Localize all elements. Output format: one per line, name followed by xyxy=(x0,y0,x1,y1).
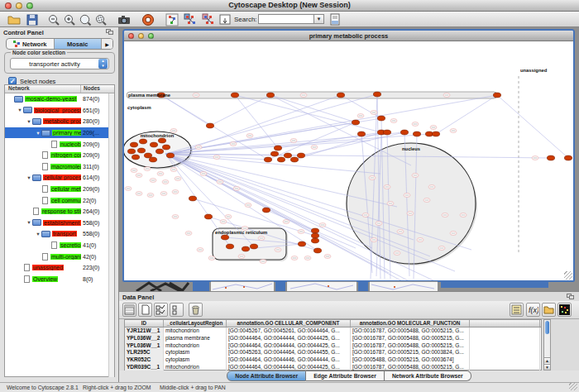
table-cell[interactable]: YPL036W__1 xyxy=(125,342,164,350)
node-color-select[interactable]: transporter activity ▲▼ xyxy=(10,58,109,69)
zoom-fit-icon[interactable] xyxy=(78,12,92,26)
table-header-2[interactable]: annotation.GO CELLULAR_COMPONENT xyxy=(227,320,351,327)
table-header-filler[interactable] xyxy=(470,320,540,327)
table-cell[interactable]: YKR052C xyxy=(125,356,164,364)
table-cell[interactable]: [GO:0005488, GO:0005215, GO:0003674] xyxy=(351,356,470,364)
tree-row-multi-organism-pro[interactable]: multi-organism pro42(0) xyxy=(5,251,114,262)
table-cell[interactable]: cytoplasm xyxy=(164,356,227,364)
table-cell[interactable]: [GO:0044464, GO:0044444, GO:0044425, G..… xyxy=(227,342,351,350)
table-cell[interactable]: mitochondrion xyxy=(164,327,227,335)
table-cell[interactable]: cytoplasm xyxy=(164,349,227,356)
app-resize-grip[interactable] xyxy=(569,382,577,390)
table-cell[interactable]: [GO:0044464, GO:0044444, GO:0044425, G..… xyxy=(227,335,351,342)
table-cell[interactable]: [GO:0016787, GO:0005488, GO:0005215, G..… xyxy=(351,342,470,350)
create-attribute-icon[interactable] xyxy=(138,303,152,317)
table-cell[interactable]: [GO:0016787, GO:0005488, GO:0005215, G..… xyxy=(351,335,470,342)
table-cell[interactable]: mitochondrion xyxy=(164,342,227,350)
open-icon[interactable] xyxy=(7,12,21,26)
table-row[interactable]: YJR121W__1mitochondrion[GO:0045267, GO:0… xyxy=(125,327,541,335)
select-attributes-icon[interactable] xyxy=(122,303,136,317)
tree-scrollbar[interactable] xyxy=(108,93,114,377)
table-row[interactable]: YPL036W__2plasma membrane[GO:0044464, GO… xyxy=(125,335,541,342)
tree-row-mosaic-demo-yeast[interactable]: mosaic-demo-yeast874(0) xyxy=(5,93,114,105)
table-header-3[interactable]: annotation.GO MOLECULAR_FUNCTION xyxy=(351,320,470,327)
expand-arrow-icon[interactable]: ▼ xyxy=(35,232,41,237)
table-cell[interactable]: [GO:0016787, GO:0005215, GO:0003824, G..… xyxy=(351,349,470,356)
tab-network-attribute-browser[interactable]: Network Attribute Browser xyxy=(385,370,471,381)
table-cell[interactable]: [GO:0016787, GO:0005488, GO:0005215, G..… xyxy=(351,327,470,335)
zoom-selected-icon[interactable] xyxy=(93,12,108,26)
tree-row-primary-metabo[interactable]: ▼primary metabo209(... xyxy=(5,127,114,139)
tree-row-cellular-process[interactable]: ▼cellular process614(0) xyxy=(5,172,114,184)
tree-row-establishment-of-lo[interactable]: ▼establishment of lo558(0) xyxy=(5,218,114,229)
table-cell[interactable]: YJR121W__1 xyxy=(125,327,164,335)
table-cell[interactable]: [GO:0044464, GO:0044446, GO:0044444, G..… xyxy=(227,356,351,364)
table-cell[interactable] xyxy=(470,342,540,350)
tab-edge-attribute-browser[interactable]: Edge Attribute Browser xyxy=(306,370,385,381)
network-from-selected-nodes-icon[interactable] xyxy=(183,12,197,26)
background-windows[interactable] xyxy=(119,281,579,291)
matrix-view-icon[interactable] xyxy=(557,303,572,317)
float-panel-icon[interactable] xyxy=(567,294,574,300)
unselect-all-attributes-icon[interactable] xyxy=(170,303,184,317)
tree-row-response-to-stimul[interactable]: response to stimul264(0) xyxy=(5,206,114,218)
tree-row-macromolecule[interactable]: macromolecule311(0) xyxy=(5,161,114,173)
annotation-icon[interactable] xyxy=(218,12,232,26)
function-builder-icon[interactable]: f(x) xyxy=(526,303,540,317)
tree-row-cell-communicat[interactable]: cell communicat22(0) xyxy=(5,194,114,206)
table-cell[interactable] xyxy=(470,327,540,335)
table-cell[interactable] xyxy=(470,349,540,356)
table-row[interactable]: YLR295Ccytoplasm[GO:0045263, GO:0044464,… xyxy=(125,349,541,356)
tree-column-nodes[interactable]: Nodes xyxy=(81,85,114,93)
tab-network[interactable]: Network xyxy=(7,39,55,49)
tree-row-nucleobase-[interactable]: nucleobase-209(0) xyxy=(5,138,114,150)
table-row[interactable]: YKR052Ccytoplasm[GO:0044464, GO:0044446,… xyxy=(125,356,541,364)
scrollbar-thumb[interactable] xyxy=(545,321,549,334)
table-cell[interactable]: YPL036W__2 xyxy=(125,335,164,342)
table-scrollbar[interactable]: ▲ ▼ xyxy=(543,319,551,370)
attribute-list-icon[interactable] xyxy=(510,303,524,317)
network-from-selected-edges-icon[interactable] xyxy=(201,12,215,26)
expand-arrow-icon[interactable]: ▼ xyxy=(17,108,23,112)
tree-row-secretion[interactable]: secretion41(0) xyxy=(5,240,114,251)
tree-row-cellular-metabo[interactable]: cellular metabo209(0) xyxy=(5,184,114,195)
tree-row-overview[interactable]: Overview8(0) xyxy=(5,274,114,285)
window-titlebar[interactable]: Cytoscape Desktop (New Session) xyxy=(0,0,579,12)
tree-row-unassigned[interactable]: unassigned223(0) xyxy=(5,262,114,274)
tree-row-metabolic-process[interactable]: ▼metabolic process280(0) xyxy=(5,116,114,127)
help-icon[interactable] xyxy=(141,12,155,26)
table-cell[interactable] xyxy=(470,356,540,364)
new-network-icon[interactable] xyxy=(165,12,179,26)
tree-row-biological-process[interactable]: ▼biological_process651(0) xyxy=(5,105,114,117)
network-view-window[interactable]: primary metabolic process plasma membran… xyxy=(122,29,575,282)
table-cell[interactable]: [GO:0045267, GO:0045261, GO:0044464, G..… xyxy=(227,327,351,335)
select-all-attributes-icon[interactable] xyxy=(154,303,168,317)
tree-row-transport[interactable]: ▼transport558(0) xyxy=(5,228,114,240)
expand-arrow-icon[interactable]: ▼ xyxy=(26,220,32,225)
tab-mosaic[interactable]: Mosaic xyxy=(55,39,103,49)
table-row[interactable]: YPL036W__1mitochondrion[GO:0044464, GO:0… xyxy=(125,342,541,350)
zoom-out-icon[interactable] xyxy=(46,12,60,26)
network-canvas[interactable]: plasma membranecytoplasmmitochondrionnuc… xyxy=(124,41,573,280)
search-options-icon[interactable] xyxy=(328,12,342,26)
search-dropdown-arrow[interactable]: ▼ xyxy=(314,14,324,24)
tree-row-nitrogen-compo[interactable]: nitrogen compo209(0) xyxy=(5,150,114,161)
delete-attribute-icon[interactable] xyxy=(189,303,203,317)
network-window-titlebar[interactable]: primary metabolic process xyxy=(124,31,573,41)
import-attributes-icon[interactable] xyxy=(542,303,556,317)
float-panel-icon[interactable] xyxy=(106,29,113,36)
expand-arrow-icon[interactable]: ▼ xyxy=(26,119,32,124)
table-cell[interactable]: YLR295C xyxy=(125,349,164,356)
snapshot-icon[interactable] xyxy=(117,12,131,26)
expand-arrow-icon[interactable]: ▼ xyxy=(35,131,41,136)
table-cell[interactable]: [GO:0045263, GO:0044464, GO:0044455, G..… xyxy=(227,349,351,356)
tab-node-attribute-browser[interactable]: Node Attribute Browser xyxy=(227,370,306,381)
scroll-up-arrow[interactable]: ▲ xyxy=(544,357,550,363)
tree-column-network[interactable]: Network xyxy=(5,85,81,93)
scroll-down-arrow[interactable]: ▼ xyxy=(544,364,550,370)
table-cell[interactable]: plasma membrane xyxy=(164,335,227,342)
search-input[interactable] xyxy=(258,14,314,24)
tab-overflow-arrow[interactable]: ▶ xyxy=(102,39,112,49)
table-header-1[interactable]: _cellularLayoutRegion xyxy=(164,320,227,327)
zoom-in-icon[interactable] xyxy=(62,12,76,26)
